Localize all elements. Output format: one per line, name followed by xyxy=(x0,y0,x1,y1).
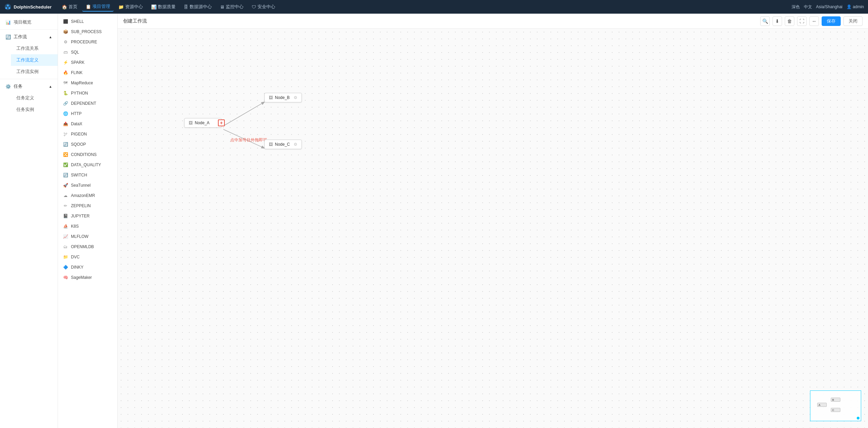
sidebar-item-task-definition[interactable]: 任务定义 xyxy=(11,92,58,104)
nav-datasource[interactable]: 🗄 数据源中心 xyxy=(180,2,215,11)
language-selector[interactable]: 中文 xyxy=(804,4,812,10)
task-item-dvc[interactable]: 📁DVC xyxy=(58,252,117,262)
task-item-subprocess[interactable]: 📦SUB_PROCESS xyxy=(58,27,117,37)
task-icon-k8s: ⛵ xyxy=(63,224,68,229)
node-b-label: Node_B xyxy=(275,95,290,100)
task-icon-sqoop: 🔄 xyxy=(63,142,68,147)
node-b-icon: 🖼 xyxy=(269,95,273,100)
sidebar-item-workflow-definition[interactable]: 工作流定义 xyxy=(11,54,58,66)
task-item-sagemaker[interactable]: 🧠SageMaker xyxy=(58,272,117,283)
task-icon-sql: 🗃 xyxy=(63,49,68,55)
main-layout: 📊 项目概览 🔄 工作流 ▲ 工作流关系 工作流定义 工作流实例 xyxy=(0,14,868,428)
mini-map-node-b: B xyxy=(831,398,840,402)
nav-resource[interactable]: 📁 资源中心 xyxy=(115,2,146,11)
node-a-label: Node_A xyxy=(195,120,209,125)
task-item-datax[interactable]: 📤DataX xyxy=(58,119,117,129)
layout-button[interactable]: ↔ xyxy=(809,16,819,26)
nav-right: 深色 中文 Asia/Shanghai 👤 admin xyxy=(792,4,864,10)
sidebar-section-project: 📊 项目概览 🔄 工作流 ▲ 工作流关系 工作流定义 工作流实例 xyxy=(0,14,58,118)
task-item-k8s[interactable]: ⛵K8S xyxy=(58,221,117,231)
nav-items: 🏠 首页 📋 项目管理 📁 资源中心 📊 数据质量 🗄 数据源中心 🖥 监控中心… xyxy=(58,2,784,12)
mini-map-node-a: A xyxy=(817,403,827,407)
task-item-sqoop[interactable]: 🔄SQOOP xyxy=(58,139,117,149)
svg-point-0 xyxy=(5,4,11,10)
task-item-jupyter[interactable]: 📓JUPYTER xyxy=(58,211,117,221)
theme-selector[interactable]: 深色 xyxy=(792,4,800,10)
user-avatar[interactable]: 👤 admin xyxy=(847,4,864,9)
node-a-icon: 🖼 xyxy=(189,120,193,125)
task-icon-zeppelin: ✏ xyxy=(63,203,68,209)
task-item-shell[interactable]: ⬛SHELL xyxy=(58,16,117,27)
node-c[interactable]: 🖼 Node_C ⚙ xyxy=(264,140,302,149)
fullscreen-button[interactable]: ⛶ xyxy=(797,16,807,26)
task-item-switch[interactable]: 🔃SWITCH xyxy=(58,170,117,180)
task-item-dependent[interactable]: 🔗DEPENDENT xyxy=(58,98,117,109)
delete-button[interactable]: 🗑 xyxy=(785,16,794,26)
task-item-python[interactable]: 🐍PYTHON xyxy=(58,88,117,98)
node-c-icon: 🖼 xyxy=(269,142,273,147)
task-icon-procedure: ⚙ xyxy=(63,39,68,45)
task-icon-pigeon: 🕊 xyxy=(63,131,68,137)
task-icon-python: 🐍 xyxy=(63,90,68,96)
task-icon-mlflow: 📈 xyxy=(63,234,68,239)
sidebar-item-workflow-header[interactable]: 🔄 工作流 ▲ xyxy=(0,31,58,43)
nav-dataquality[interactable]: 📊 数据质量 xyxy=(148,2,179,11)
task-icon-amazonemr: ☁ xyxy=(63,193,68,198)
node-c-settings[interactable]: ⚙ xyxy=(294,142,297,147)
canvas-arrows xyxy=(118,29,868,428)
zoom-in-button[interactable]: 🔍 xyxy=(760,16,770,26)
task-item-sql[interactable]: 🗃SQL xyxy=(58,47,117,57)
mini-map: A B C xyxy=(810,390,861,421)
task-item-dinky[interactable]: 🔷DINKY xyxy=(58,262,117,272)
task-icon-mapreduce: 🗺 xyxy=(63,80,68,86)
task-icon-dinky: 🔷 xyxy=(63,265,68,270)
task-item-mlflow[interactable]: 📈MLFLOW xyxy=(58,231,117,242)
task-item-conditions[interactable]: 🔀CONDITIONS xyxy=(58,149,117,160)
sidebar-item-project-overview[interactable]: 📊 项目概览 xyxy=(0,16,58,28)
close-button[interactable]: 关闭 xyxy=(843,16,863,26)
task-item-zeppelin[interactable]: ✏ZEPPELIN xyxy=(58,201,117,211)
task-icon-seatunnel: 🚀 xyxy=(63,183,68,188)
node-c-label: Node_C xyxy=(275,142,290,147)
task-item-pigeon[interactable]: 🕊PIGEON xyxy=(58,129,117,139)
workflow-canvas[interactable]: 🖼 Node_A + 点中加号往外拖即可 🖼 Node_B ⚙ 🖼 Node_C… xyxy=(118,29,868,428)
timezone-selector[interactable]: Asia/Shanghai xyxy=(816,4,842,9)
save-button[interactable]: 保存 xyxy=(822,16,841,26)
svg-point-1 xyxy=(7,5,9,6)
task-item-dataquality[interactable]: ✅DATA_QUALITY xyxy=(58,160,117,170)
sidebar-item-task-header[interactable]: ⚙️ 任务 ▲ xyxy=(0,81,58,92)
task-icon-sagemaker: 🧠 xyxy=(63,275,68,280)
task-item-spark[interactable]: ⚡SPARK xyxy=(58,57,117,68)
task-item-mapreduce[interactable]: 🗺MapReduce xyxy=(58,78,117,88)
node-b[interactable]: 🖼 Node_B ⚙ xyxy=(264,93,302,102)
node-b-settings[interactable]: ⚙ xyxy=(294,95,297,100)
task-icon-http: 🌐 xyxy=(63,111,68,116)
task-item-amazonemr[interactable]: ☁AmazonEMR xyxy=(58,190,117,201)
task-item-flink[interactable]: 🔥FLINK xyxy=(58,68,117,78)
nav-monitor[interactable]: 🖥 监控中心 xyxy=(217,2,247,11)
nav-project[interactable]: 📋 项目管理 xyxy=(82,2,114,12)
mini-map-indicator xyxy=(857,417,859,419)
node-a-add-port[interactable]: + xyxy=(218,119,225,126)
sidebar: 📊 项目概览 🔄 工作流 ▲ 工作流关系 工作流定义 工作流实例 xyxy=(0,14,58,428)
sidebar-workflow-sub: 工作流关系 工作流定义 工作流实例 xyxy=(0,43,58,77)
sidebar-item-task-instance[interactable]: 任务实例 xyxy=(11,104,58,115)
nav-home[interactable]: 🏠 首页 xyxy=(58,2,81,11)
sidebar-item-workflow-instance[interactable]: 工作流实例 xyxy=(11,66,58,77)
task-item-procedure[interactable]: ⚙PROCEDURE xyxy=(58,37,117,47)
task-icon-dependent: 🔗 xyxy=(63,101,68,106)
task-item-seatunnel[interactable]: 🚀SeaTunnel xyxy=(58,180,117,190)
node-a[interactable]: 🖼 Node_A + xyxy=(184,118,222,128)
tooltip-text: 点中加号往外拖即可 xyxy=(230,137,267,143)
nav-security[interactable]: 🛡 安全中心 xyxy=(248,2,279,11)
task-icon-switch: 🔃 xyxy=(63,172,68,178)
sidebar-item-workflow-relation[interactable]: 工作流关系 xyxy=(11,43,58,54)
task-panel: ⬛SHELL📦SUB_PROCESS⚙PROCEDURE🗃SQL⚡SPARK🔥F… xyxy=(58,14,118,428)
task-item-http[interactable]: 🌐HTTP xyxy=(58,109,117,119)
mini-map-node-c: C xyxy=(831,408,840,412)
task-item-openmldb[interactable]: 🗂OPENMLDB xyxy=(58,242,117,252)
task-icon-jupyter: 📓 xyxy=(63,213,68,219)
download-button[interactable]: ⬇ xyxy=(773,16,782,26)
task-icon-shell: ⬛ xyxy=(63,19,68,24)
task-icon-subprocess: 📦 xyxy=(63,29,68,34)
